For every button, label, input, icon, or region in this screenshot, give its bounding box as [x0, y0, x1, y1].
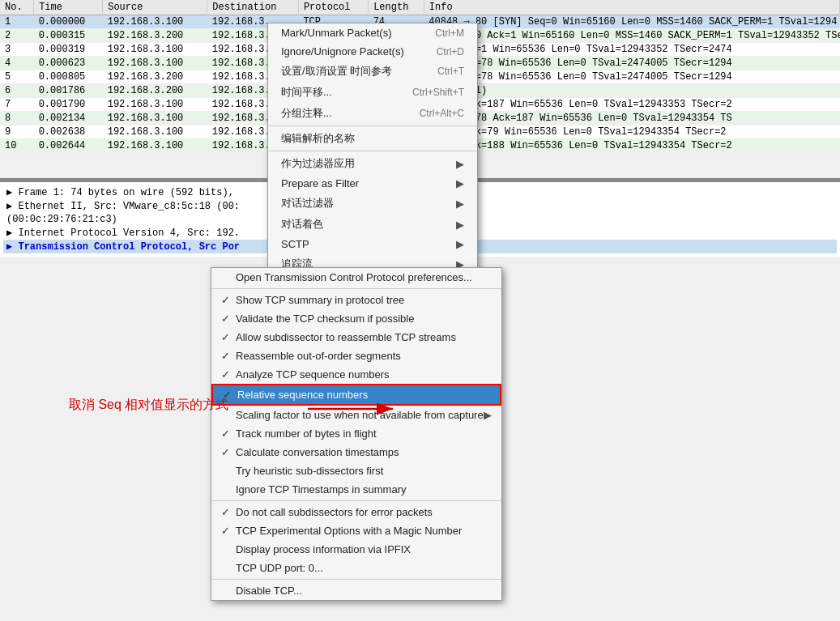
menu-item[interactable]: Ignore/Unignore Packet(s)Ctrl+D [268, 42, 477, 61]
menu-separator [268, 125, 477, 126]
menu-item[interactable]: 时间平移...Ctrl+Shift+T [268, 82, 477, 103]
menu-item-label: Mark/Unmark Packet(s) [281, 27, 392, 39]
submenu-item-label: Do not call subdissectors for error pack… [236, 506, 433, 518]
submenu-item-label: Try heuristic sub-dissectors first [236, 465, 383, 477]
submenu-arrow-icon: ▶ [484, 409, 492, 421]
submenu-item-label: Analyze TCP sequence numbers [236, 368, 390, 381]
submenu-item[interactable]: ✓Show TCP summary in protocol tree [211, 291, 501, 309]
submenu-check-icon: ✓ [221, 446, 236, 458]
menu-item-shortcut: Ctrl+Alt+C [420, 108, 464, 119]
submenu-item[interactable]: Scaling factor to use when not available… [211, 406, 501, 424]
menu-item-label: 分组注释... [281, 106, 332, 121]
menu-separator [268, 151, 477, 151]
col-protocol[interactable]: Protocol [298, 0, 368, 15]
submenu-item-label: Display process information via IPFIX [236, 543, 411, 555]
menu-item-label: 对话着色 [281, 217, 323, 232]
submenu-item[interactable]: ✓TCP Experimental Options with a Magic N… [211, 521, 501, 540]
submenu-arrow-icon: ▶ [456, 219, 464, 231]
submenu-item[interactable]: Open Transmission Control Protocol prefe… [211, 268, 501, 287]
annotation: 取消 Seq 相对值显示的方式 [69, 397, 228, 414]
menu-item-label: SCTP [281, 238, 309, 250]
menu-item-shortcut: Ctrl+T [437, 66, 464, 77]
submenu-item[interactable]: ✓Calculate conversation timestamps [211, 443, 501, 461]
col-info[interactable]: Info [424, 0, 839, 15]
submenu-arrow-icon: ▶ [456, 238, 464, 250]
menu-item[interactable]: 设置/取消设置 时间参考Ctrl+T [268, 61, 477, 82]
submenu-item-label: TCP Experimental Options with a Magic Nu… [236, 525, 462, 537]
submenu-separator [211, 500, 501, 501]
submenu-check-icon: ✓ [221, 368, 236, 381]
menu-item-label: Prepare as Filter [281, 177, 359, 189]
menu-item-shortcut: Ctrl+Shift+T [412, 87, 464, 98]
menu-item[interactable]: 作为过滤器应用▶ [268, 153, 477, 174]
menu-item[interactable]: Mark/Unmark Packet(s)Ctrl+M [268, 23, 477, 42]
menu-item-label: 设置/取消设置 时间参考 [281, 64, 392, 79]
col-no[interactable]: No. [0, 0, 34, 15]
col-length[interactable]: Length [369, 0, 424, 15]
submenu-separator [211, 288, 501, 289]
submenu-item[interactable]: Ignore TCP Timestamps in summary [211, 480, 501, 499]
menu-item-shortcut: Ctrl+D [437, 46, 464, 57]
submenu-item-label: Open Transmission Control Protocol prefe… [236, 271, 472, 283]
submenu-check-icon: ✓ [221, 294, 236, 306]
annotation-text: 取消 Seq 相对值显示的方式 [69, 398, 228, 411]
submenu-separator [211, 579, 501, 580]
submenu-item[interactable]: TCP UDP port: 0... [211, 559, 501, 577]
submenu-check-icon: ✓ [221, 427, 236, 440]
submenu-item[interactable]: ✓Do not call subdissectors for error pac… [211, 503, 501, 521]
menu-item[interactable]: 编辑解析的名称 [268, 128, 477, 149]
submenu-check-icon: ✓ [221, 331, 236, 343]
submenu-item-label: Show TCP summary in protocol tree [236, 294, 404, 306]
submenu-item[interactable]: Disable TCP... [211, 581, 501, 600]
submenu-check-icon: ✓ [221, 313, 236, 325]
col-source[interactable]: Source [103, 0, 207, 15]
menu-item-label: Ignore/Unignore Packet(s) [281, 45, 404, 57]
submenu-item[interactable]: ✓Reassemble out-of-order segments [211, 347, 501, 365]
submenu-item[interactable]: ✓Analyze TCP sequence numbers [211, 365, 501, 384]
menu-item-shortcut: Ctrl+M [435, 28, 464, 39]
submenu-check-icon: ✓ [221, 506, 236, 518]
col-time[interactable]: Time [34, 0, 103, 15]
menu-item-label: 对话过滤器 [281, 196, 334, 211]
submenu-item[interactable]: ✓Track number of bytes in flight [211, 424, 501, 443]
submenu-check-icon: ✓ [221, 350, 236, 362]
submenu-item-label: Relative sequence numbers [237, 389, 368, 401]
submenu-arrow-icon: ▶ [456, 177, 464, 189]
submenu-arrow-icon: ▶ [456, 158, 464, 170]
menu-item-label: 编辑解析的名称 [281, 131, 355, 146]
submenu-item-label: Reassemble out-of-order segments [236, 350, 401, 362]
menu-item-label: 时间平移... [281, 85, 332, 100]
col-destination[interactable]: Destination [207, 0, 299, 15]
protocol-submenu: Open Transmission Control Protocol prefe… [211, 267, 502, 601]
menu-item[interactable]: 对话着色▶ [268, 214, 477, 235]
menu-item[interactable]: SCTP▶ [268, 235, 477, 253]
submenu-item-label: Disable TCP... [236, 585, 302, 597]
submenu-item-label: TCP UDP port: 0... [236, 562, 323, 574]
submenu-item[interactable]: Try heuristic sub-dissectors first [211, 461, 501, 480]
submenu-item-label: Validate the TCP checksum if possible [236, 313, 414, 325]
submenu-item-label: Track number of bytes in flight [236, 427, 377, 440]
submenu-item-label: Scaling factor to use when not available… [236, 409, 484, 421]
submenu-item[interactable]: Display process information via IPFIX [211, 540, 501, 559]
submenu-item[interactable]: ✓Validate the TCP checksum if possible [211, 309, 501, 328]
menu-item[interactable]: 对话过滤器▶ [268, 193, 477, 214]
submenu-item-label: Allow subdissector to reassemble TCP str… [236, 331, 456, 343]
submenu-check-icon: ✓ [221, 525, 236, 537]
menu-item-label: 作为过滤器应用 [281, 156, 355, 171]
submenu-arrow-icon: ▶ [456, 198, 464, 210]
table-header: No. Time Source Destination Protocol Len… [0, 0, 840, 15]
submenu-item[interactable]: ✓Allow subdissector to reassemble TCP st… [211, 328, 501, 347]
submenu-item-label: Calculate conversation timestamps [236, 446, 399, 458]
submenu-check-icon: ✓ [223, 389, 237, 401]
menu-item[interactable]: 分组注释...Ctrl+Alt+C [268, 103, 477, 124]
submenu-item-label: Ignore TCP Timestamps in summary [236, 483, 406, 496]
submenu-item[interactable]: ✓Relative sequence numbers [211, 384, 501, 406]
menu-item[interactable]: Prepare as Filter▶ [268, 174, 477, 193]
